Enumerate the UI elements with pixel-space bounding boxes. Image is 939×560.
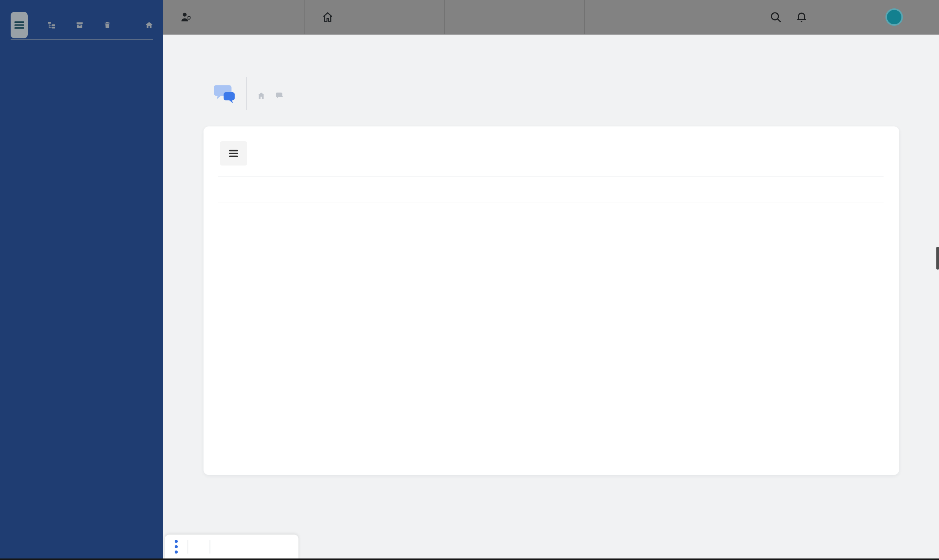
tab-slot — [445, 0, 585, 34]
avatar[interactable] — [885, 8, 903, 26]
kebab-menu-icon[interactable] — [175, 540, 178, 554]
chat-bubbles-icon — [213, 83, 236, 104]
scrollbar-thumb[interactable] — [936, 247, 939, 270]
sidebar — [0, 0, 163, 560]
home-icon[interactable] — [257, 91, 266, 100]
archive-icon[interactable] — [76, 19, 84, 32]
menu-icon — [228, 148, 239, 159]
bell-icon[interactable] — [795, 11, 808, 24]
topbar — [163, 0, 939, 35]
user-icon — [180, 11, 191, 23]
tree-icon[interactable] — [47, 19, 55, 32]
trash-icon[interactable] — [103, 19, 111, 32]
bottom-edge — [0, 558, 939, 560]
menu-icon — [13, 19, 26, 32]
main-content — [163, 35, 939, 560]
search-icon[interactable] — [769, 11, 782, 24]
app-root — [0, 0, 939, 560]
bottombar-divider — [210, 540, 210, 554]
sidebar-toolbar — [11, 11, 153, 39]
table-menu-button[interactable] — [220, 141, 247, 166]
questions-table — [218, 177, 884, 202]
bottombar — [165, 535, 298, 559]
chat-icon — [275, 91, 284, 100]
home-icon — [322, 11, 333, 23]
tab-admins[interactable] — [163, 0, 305, 34]
sidebar-divider — [11, 39, 153, 40]
page-header — [213, 77, 288, 110]
breadcrumb — [257, 91, 288, 100]
bottombar-divider — [188, 540, 188, 554]
table-header — [218, 177, 884, 202]
home-icon[interactable] — [145, 19, 153, 32]
tab-dashboard[interactable] — [305, 0, 445, 34]
questions-card — [204, 126, 899, 475]
sidebar-menu-button[interactable] — [11, 12, 28, 38]
new-tab-button[interactable] — [456, 0, 461, 34]
header-divider — [246, 77, 247, 110]
